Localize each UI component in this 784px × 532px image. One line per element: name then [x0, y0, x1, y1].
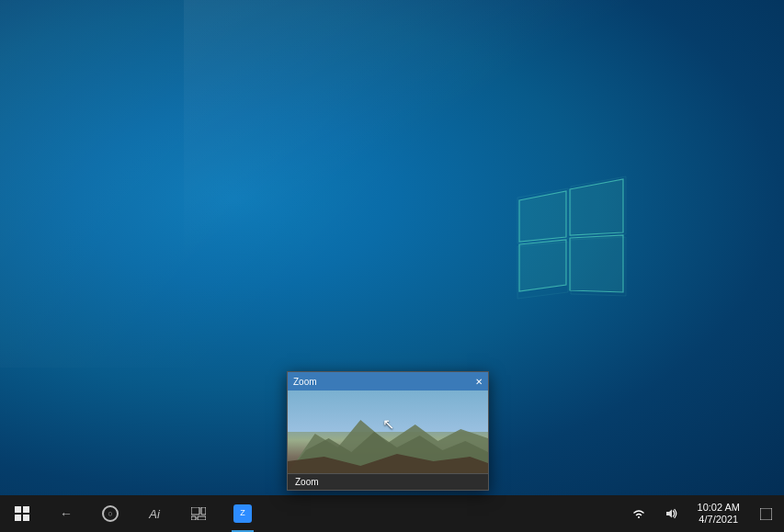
search-button[interactable]: ○	[88, 495, 132, 532]
taskbar-left: ← ○ Ai Z	[44, 495, 624, 532]
thumbnail-title: Zoom	[293, 377, 317, 387]
clock[interactable]: 10:02 AM 4/7/2021	[690, 495, 747, 532]
start-icon	[15, 506, 29, 521]
svg-rect-15	[191, 507, 199, 515]
task-view-button[interactable]	[176, 495, 221, 532]
windows-logo	[481, 147, 655, 322]
app-thumbnail-popup: Zoom ✕ ↖ Zoom	[287, 371, 489, 491]
svg-marker-6	[519, 240, 566, 291]
svg-rect-17	[191, 516, 196, 520]
svg-rect-11	[15, 506, 21, 513]
back-button[interactable]: ←	[44, 495, 88, 532]
system-tray: 10:02 AM 4/7/2021	[624, 495, 784, 532]
svg-rect-18	[198, 516, 206, 520]
back-icon: ←	[60, 506, 73, 521]
svg-rect-14	[23, 515, 29, 521]
zoom-app-taskbar[interactable]: Z	[221, 495, 265, 532]
svg-marker-21	[666, 510, 672, 518]
svg-marker-5	[570, 179, 623, 235]
cortana-label: Ai	[149, 507, 160, 521]
notification-icon	[760, 508, 772, 520]
svg-rect-12	[23, 506, 29, 513]
taskbar: ← ○ Ai Z	[0, 495, 784, 532]
thumbnail-close[interactable]: ✕	[475, 377, 483, 387]
network-icon	[632, 508, 645, 519]
thumbnail-body: ↖	[288, 391, 488, 473]
svg-marker-7	[570, 235, 623, 292]
svg-rect-16	[201, 507, 206, 515]
svg-rect-22	[760, 508, 772, 520]
volume-tray-button[interactable]	[657, 495, 687, 532]
svg-marker-4	[519, 191, 566, 242]
cortana-button[interactable]: Ai	[132, 495, 176, 532]
svg-text:Z: Z	[240, 508, 245, 517]
thumbnail-header: Zoom ✕	[288, 372, 488, 391]
start-button[interactable]	[0, 495, 44, 532]
cursor-indicator: ↖	[382, 415, 394, 433]
taskbar-apps: Z	[221, 495, 265, 532]
zoom-icon: Z	[233, 504, 252, 523]
thumbnail-label: Zoom	[288, 473, 488, 490]
clock-time: 10:02 AM	[698, 502, 740, 514]
notification-button[interactable]	[751, 495, 780, 532]
volume-icon	[665, 508, 678, 519]
svg-rect-13	[15, 515, 21, 521]
clock-date: 4/7/2021	[699, 514, 738, 526]
network-tray-button[interactable]	[624, 495, 653, 532]
task-view-icon	[191, 507, 206, 520]
search-icon: ○	[102, 505, 119, 522]
